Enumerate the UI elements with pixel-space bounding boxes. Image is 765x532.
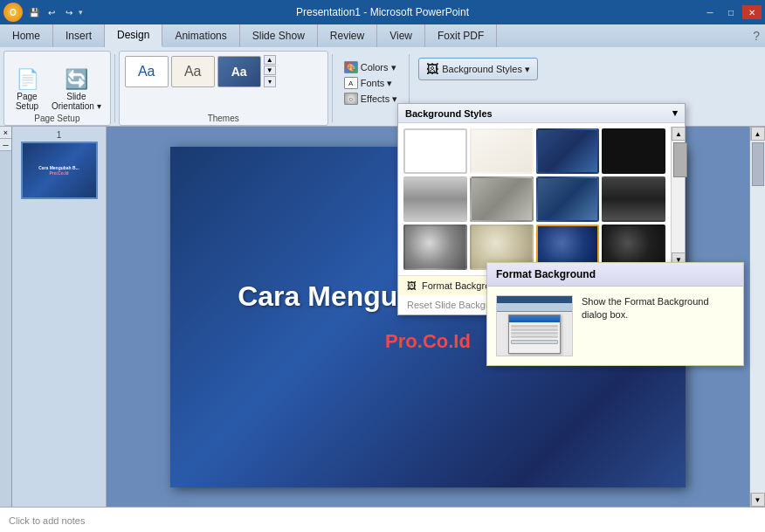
background-styles-button[interactable]: 🖼 Background Styles ▾ [418,58,538,80]
design-options-group: 🎨 Colors ▾ A Fonts ▾ ○ Effects ▾ [336,51,405,126]
effects-option[interactable]: ○ Effects ▾ [341,92,400,106]
minimize-button[interactable]: ─ [700,5,720,19]
theme-1[interactable]: Aa [125,56,169,87]
slide-orientation-label: SlideOrientation ▾ [52,92,101,111]
colors-label: Colors ▾ [361,62,396,73]
fonts-icon: A [344,77,358,89]
v-scroll-track [750,141,765,493]
title-bar: O 💾 ↩ ↪ ▾ Presentation1 - Microsoft Powe… [0,0,765,24]
tooltip-thumbnail [496,295,573,356]
slide-thumbnail[interactable]: Cara Mengubah B...Pro.Co.Id [21,142,98,199]
v-scroll-thumb[interactable] [752,142,764,186]
bg-swatches-grid [398,123,685,275]
themes-group: Aa Aa Aa ▲ ▼ ▾ Themes [119,51,328,126]
tab-foxitpdf[interactable]: Foxit PDF [425,24,497,47]
slide-number: 1 [57,130,62,140]
fonts-option[interactable]: A Fonts ▾ [341,76,400,90]
right-scrollbar: ▲ ▼ [750,127,765,507]
left-strip-close[interactable]: × [0,127,11,139]
divider-1 [114,54,115,122]
tooltip-body: Show the Format Background dialog box. [487,287,743,365]
bg-swatch-7[interactable] [536,176,600,222]
slide-panel: 1 Cara Mengubah B...Pro.Co.Id [12,127,107,507]
fonts-label: Fonts ▾ [361,78,393,89]
bg-styles-chevron[interactable]: ▾ [672,107,678,119]
bg-swatch-8[interactable] [602,176,665,222]
office-button[interactable]: O [3,3,23,22]
slide-orientation-button[interactable]: 🔄 SlideOrientation ▾ [48,66,105,113]
v-scroll-up[interactable]: ▲ [751,127,765,141]
bg-swatch-6[interactable] [470,176,534,222]
format-bg-icon: 🖼 [407,280,417,291]
undo-quick-btn[interactable]: ↩ [44,4,59,20]
page-setup-group: 📄 PageSetup 🔄 SlideOrientation ▾ Page Se… [3,51,111,126]
effects-icon: ○ [344,93,358,105]
save-quick-btn[interactable]: 💾 [26,4,42,20]
bg-swatch-1[interactable] [403,128,467,174]
bg-swatch-3[interactable] [536,128,600,174]
colors-icon: 🎨 [344,61,358,73]
right-scroll-panel: ▲ ▼ [749,127,765,507]
ribbon-tabs: Home Insert Design Animations Slide Show… [0,24,765,47]
page-setup-label: PageSetup [16,92,38,111]
scroll-thumb[interactable] [673,142,687,177]
tab-view[interactable]: View [377,24,425,47]
redo-quick-btn[interactable]: ↪ [61,4,77,20]
bg-swatch-2[interactable] [470,128,534,174]
theme-more[interactable]: ▾ [264,76,276,87]
left-strip: × ─ [0,127,12,507]
notes-placeholder[interactable]: Click to add notes [9,515,85,526]
theme-scroll-down[interactable]: ▼ [264,66,276,75]
scroll-up-arrow[interactable]: ▲ [672,127,686,141]
bg-swatch-4[interactable] [602,128,665,174]
page-setup-icon: 📄 [16,68,39,91]
bg-styles-dropdown-header: Background Styles ▾ [398,104,685,123]
tab-review[interactable]: Review [318,24,377,47]
close-button[interactable]: ✕ [742,5,762,19]
maximize-button[interactable]: □ [721,5,741,19]
page-setup-button[interactable]: 📄 PageSetup [10,66,45,113]
theme-scroll-up[interactable]: ▲ [264,55,276,65]
effects-label: Effects ▾ [361,93,397,105]
themes-row: Aa Aa Aa ▲ ▼ ▾ [125,55,276,87]
window-controls: ─ □ ✕ [700,5,762,19]
bg-styles-label: Background Styles ▾ [442,64,530,75]
bg-styles-title: Background Styles [405,108,493,119]
bg-scrollbar: ▲ ▼ [671,127,685,266]
divider-2 [332,54,333,122]
tab-insert[interactable]: Insert [53,24,105,47]
slide-orientation-icon: 🔄 [65,68,88,91]
bg-styles-icon: 🖼 [426,62,438,76]
left-strip-minimize[interactable]: ─ [0,139,11,151]
bg-swatch-9[interactable] [403,225,467,270]
scroll-track [672,141,685,252]
tab-design[interactable]: Design [105,24,162,47]
v-scroll-down[interactable]: ▼ [751,493,765,507]
tooltip-format-background: Format Background [486,262,744,366]
tooltip-header: Format Background [487,263,743,287]
theme-2[interactable]: Aa [171,56,215,87]
help-icon[interactable]: ? [748,24,765,47]
tab-slideshow[interactable]: Slide Show [240,24,318,47]
colors-option[interactable]: 🎨 Colors ▾ [341,60,400,74]
tab-animations[interactable]: Animations [162,24,239,47]
slide-thumb-text: Cara Mengubah B...Pro.Co.Id [38,165,79,176]
quick-access-toolbar: 💾 ↩ ↪ ▾ [26,4,83,20]
notes-bar: Click to add notes [0,507,765,532]
tab-home[interactable]: Home [0,24,53,47]
bg-swatch-5[interactable] [403,176,467,222]
slide-thumb-container: 1 Cara Mengubah B...Pro.Co.Id [16,130,102,199]
title-bar-left: O 💾 ↩ ↪ ▾ [3,3,83,22]
slide-subtitle: Pro.Co.Id [385,330,471,353]
theme-arrows: ▲ ▼ ▾ [264,55,276,87]
page-setup-group-label: Page Setup [4,114,110,123]
theme-3[interactable]: Aa [217,56,261,87]
tooltip-text: Show the Format Background dialog box. [582,295,734,356]
themes-group-label: Themes [120,114,327,123]
window-title: Presentation1 - Microsoft PowerPoint [296,6,469,18]
